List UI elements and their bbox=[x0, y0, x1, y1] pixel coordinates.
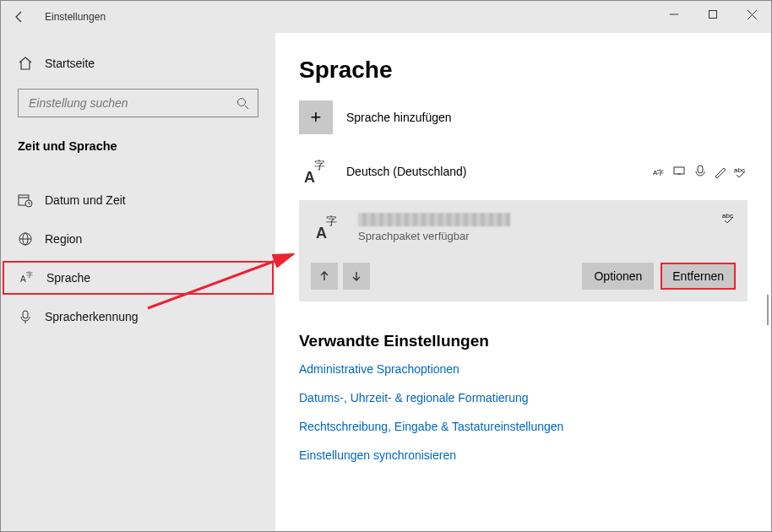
main-content: Sprache + Sprache hinzufügen 字A Deutsch … bbox=[275, 33, 771, 531]
nav-region[interactable]: Region bbox=[1, 222, 275, 256]
language-features: A字 abc bbox=[653, 165, 748, 178]
window-controls bbox=[655, 1, 771, 28]
nav-speech[interactable]: Spracherkennung bbox=[1, 300, 275, 334]
nav-item-label: Sprache bbox=[46, 271, 90, 285]
text-to-speech-icon bbox=[673, 165, 687, 178]
language-subtitle: Sprachpaket verfügbar bbox=[358, 230, 510, 242]
link-sync-settings[interactable]: Einstellungen synchronisieren bbox=[299, 448, 748, 462]
link-date-time-regional[interactable]: Datums-, Uhrzeit- & regionale Formatieru… bbox=[299, 391, 748, 404]
svg-rect-16 bbox=[23, 311, 28, 318]
settings-window: Einstellungen Startseite bbox=[0, 0, 772, 532]
handwriting-icon bbox=[714, 165, 727, 178]
svg-text:字: 字 bbox=[314, 159, 325, 171]
calendar-clock-icon bbox=[18, 193, 33, 208]
nav-home-label: Startseite bbox=[45, 57, 95, 70]
display-language-icon: A字 bbox=[653, 165, 666, 178]
language-name-redacted bbox=[358, 213, 510, 226]
svg-rect-21 bbox=[674, 167, 684, 174]
add-language-label: Sprache hinzufügen bbox=[346, 111, 452, 124]
language-row-default[interactable]: 字A Deutsch (Deutschland) A字 abc bbox=[299, 151, 748, 192]
svg-text:字: 字 bbox=[326, 214, 337, 227]
language-card-selected[interactable]: 字A Sprachpaket verfügbar abc bbox=[299, 200, 748, 301]
spellcheck-icon: abc bbox=[722, 210, 736, 224]
globe-icon bbox=[18, 231, 33, 247]
minimize-button[interactable] bbox=[655, 1, 693, 28]
svg-text:A字: A字 bbox=[653, 169, 664, 176]
titlebar: Einstellungen bbox=[1, 1, 771, 33]
link-admin-language-options[interactable]: Administrative Sprachoptionen bbox=[299, 362, 748, 376]
window-title: Einstellungen bbox=[45, 11, 106, 23]
svg-rect-23 bbox=[698, 166, 703, 173]
nav-item-label: Region bbox=[45, 232, 82, 246]
search-input[interactable] bbox=[27, 95, 236, 111]
link-spelling-input-keyboard[interactable]: Rechtschreibung, Eingabe & Tastatureinst… bbox=[299, 420, 748, 433]
svg-text:A: A bbox=[304, 169, 315, 186]
svg-line-5 bbox=[245, 106, 248, 109]
search-box[interactable] bbox=[18, 89, 258, 117]
language-glyph-icon: 字A bbox=[311, 210, 345, 244]
svg-text:字: 字 bbox=[26, 271, 33, 279]
language-glyph-icon: 字A bbox=[299, 155, 333, 188]
nav-language[interactable]: A字 Sprache bbox=[3, 261, 274, 295]
home-icon bbox=[18, 56, 33, 71]
nav-item-label: Spracherkennung bbox=[45, 310, 139, 323]
close-button[interactable] bbox=[732, 1, 771, 28]
plus-icon: + bbox=[299, 100, 333, 134]
language-icon: A字 bbox=[19, 270, 35, 285]
svg-text:A: A bbox=[20, 274, 26, 284]
nav-item-label: Datum und Zeit bbox=[45, 193, 126, 207]
page-title: Sprache bbox=[299, 57, 748, 84]
related-settings-title: Verwandte Einstellungen bbox=[299, 332, 748, 350]
svg-rect-1 bbox=[709, 11, 717, 19]
nav-date-time[interactable]: Datum und Zeit bbox=[1, 183, 275, 217]
speech-recognition-icon bbox=[693, 165, 707, 178]
search-icon bbox=[236, 97, 249, 110]
spellcheck-icon: abc bbox=[734, 165, 748, 178]
sidebar: Startseite Zeit und Sprache Datum und Ze… bbox=[1, 33, 275, 531]
maximize-button[interactable] bbox=[693, 1, 732, 28]
svg-text:A: A bbox=[316, 225, 327, 242]
back-button[interactable] bbox=[1, 1, 38, 33]
add-language-row[interactable]: + Sprache hinzufügen bbox=[299, 100, 748, 134]
move-up-button[interactable] bbox=[311, 263, 338, 290]
microphone-icon bbox=[18, 309, 33, 324]
svg-point-4 bbox=[238, 98, 246, 106]
scrollbar[interactable] bbox=[767, 295, 769, 325]
language-name: Deutsch (Deutschland) bbox=[346, 165, 466, 178]
remove-button[interactable]: Entfernen bbox=[661, 263, 736, 290]
sidebar-section-title: Zeit und Sprache bbox=[1, 133, 275, 165]
options-button[interactable]: Optionen bbox=[582, 263, 654, 290]
nav-home[interactable]: Startseite bbox=[1, 46, 275, 80]
move-down-button[interactable] bbox=[343, 263, 370, 290]
